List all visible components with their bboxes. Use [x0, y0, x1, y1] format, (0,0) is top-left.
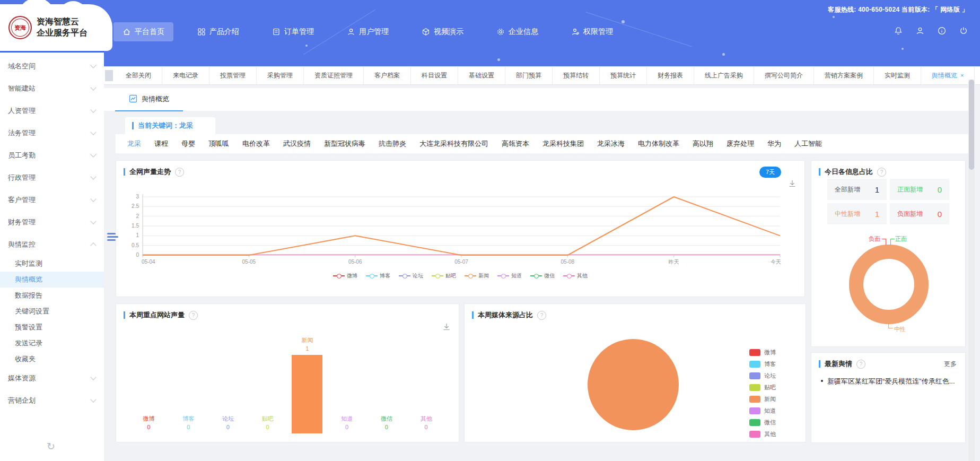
tab-customer-files[interactable]: 客户档案	[364, 67, 411, 84]
sidebar-item-domain-space[interactable]: 域名空间	[0, 55, 104, 77]
sidebar-item-hr[interactable]: 人资管理	[0, 100, 104, 122]
tab-call-records[interactable]: 来电记录	[162, 67, 209, 84]
power-icon[interactable]	[959, 26, 968, 38]
keyword-item[interactable]: 顶呱呱	[208, 139, 229, 149]
nav-item-permissions[interactable]: 权限管理	[562, 22, 622, 41]
more-link[interactable]: 更多	[944, 360, 957, 369]
trend-line-chart[interactable]: 00.511.522.5305-0405-0505-0605-0705-08昨天…	[116, 188, 806, 269]
sidebar-item-opinion-monitor[interactable]: 舆情监控	[0, 233, 104, 256]
keyword-item[interactable]: 高瓴资本	[502, 139, 529, 149]
sidebar-item-legal[interactable]: 法务管理	[0, 122, 104, 144]
range-badge[interactable]: 7天	[759, 167, 781, 178]
bar-slot[interactable]: 知道0	[327, 415, 367, 433]
nav-item-orders[interactable]: 订单管理	[263, 22, 323, 41]
site-volume-bar-chart[interactable]: 微博0 博客0 论坛0 贴吧0 新闻1 知道0 微信0 其他0	[129, 329, 446, 433]
legend-item[interactable]: 博客	[366, 272, 390, 280]
sidebar-item-smart-site[interactable]: 智能建站	[0, 77, 104, 100]
sidebar-item-attendance[interactable]: 员工考勤	[0, 144, 104, 167]
keyword-item[interactable]: 抗击肺炎	[379, 139, 406, 149]
sidebar-item-customer[interactable]: 客户管理	[0, 189, 104, 211]
news-item[interactable]: 新疆军区某红军团“爱兵模范连”传承红色...	[821, 377, 957, 386]
tab-marketing-case[interactable]: 营销方案案例	[814, 67, 874, 84]
legend-item[interactable]: 新闻	[749, 395, 776, 403]
tab-finance-report[interactable]: 财务报表	[647, 67, 694, 84]
bar-slot[interactable]: 论坛0	[208, 415, 248, 433]
legend-item[interactable]: 新闻	[465, 272, 489, 280]
tab-online-ads[interactable]: 线上广告采购	[694, 67, 754, 84]
section-tab-opinion-overview[interactable]: 舆情概览	[115, 88, 183, 111]
legend-item[interactable]: 论坛	[399, 272, 423, 280]
bar-slot[interactable]: 贴吧0	[248, 415, 287, 433]
tab-vote-mgmt[interactable]: 投票管理	[209, 67, 257, 84]
legend-item[interactable]: 博客	[749, 360, 776, 368]
tab-scroll-button[interactable]	[105, 70, 113, 81]
tab-budget-carryover[interactable]: 预算结转	[553, 67, 600, 84]
sidebar-collapse-handle[interactable]	[107, 232, 119, 242]
tab-close-all[interactable]: 全部关闭	[115, 67, 162, 84]
legend-item[interactable]: 微信	[530, 272, 555, 280]
tab-budget-stats[interactable]: 预算统计	[600, 67, 647, 84]
info-icon[interactable]	[937, 26, 947, 38]
tab-close-icon[interactable]: ×	[960, 72, 964, 79]
nav-item-company-info[interactable]: 企业信息	[487, 22, 547, 41]
tab-subject-settings[interactable]: 科目设置	[411, 67, 458, 84]
keyword-item[interactable]: 龙采冰海	[597, 139, 625, 149]
keyword-item[interactable]: 武汉疫情	[283, 139, 311, 149]
keyword-item[interactable]: 废弃处理	[727, 139, 754, 149]
tab-procurement[interactable]: 采购管理	[257, 67, 304, 84]
help-icon[interactable]: ?	[175, 168, 184, 177]
legend-item[interactable]: 贴吧	[432, 272, 456, 280]
legend-item[interactable]: 微博	[333, 272, 357, 280]
sidebar-item-finance[interactable]: 财务管理	[0, 211, 104, 233]
nav-item-users[interactable]: 用户管理	[338, 22, 398, 41]
sidebar-subitem-favorites[interactable]: 收藏夹	[0, 351, 104, 367]
keyword-item[interactable]: 母婴	[181, 139, 195, 149]
bar-slot[interactable]: 其他0	[406, 415, 446, 433]
help-icon[interactable]: ?	[189, 311, 198, 320]
keyword-item[interactable]: 大连龙采科技有限公司	[419, 139, 488, 149]
nav-item-products[interactable]: 产品介绍	[188, 22, 248, 41]
sidebar-subitem-send-records[interactable]: 发送记录	[0, 335, 104, 351]
keyword-item[interactable]: 人工智能	[794, 139, 822, 149]
sidebar-subitem-alert-settings[interactable]: 预警设置	[0, 319, 104, 335]
sidebar-subitem-data-report[interactable]: 数据报告	[0, 288, 104, 303]
bar-slot[interactable]: 微博0	[129, 415, 169, 433]
sidebar-subitem-realtime-monitor[interactable]: 实时监测	[0, 256, 104, 272]
legend-item[interactable]: 论坛	[749, 372, 776, 380]
legend-item[interactable]: 知道	[497, 272, 522, 280]
keyword-item[interactable]: 电价改革	[242, 139, 270, 149]
media-source-pie-chart[interactable]	[588, 339, 679, 430]
keyword-item[interactable]: 电力体制改革	[638, 139, 679, 149]
bell-icon[interactable]	[894, 26, 903, 38]
keyword-item[interactable]: 华为	[767, 139, 781, 149]
keyword-item[interactable]: 新型冠状病毒	[324, 139, 365, 149]
legend-item[interactable]: 微信	[749, 419, 776, 427]
account-icon[interactable]	[915, 26, 925, 38]
tab-opinion-overview[interactable]: 舆情概览×	[921, 67, 975, 84]
tab-dept-budget[interactable]: 部门预算	[505, 67, 553, 84]
sidebar-subitem-opinion-overview[interactable]: 舆情概览	[0, 272, 104, 288]
help-icon[interactable]: ?	[856, 360, 865, 369]
legend-item[interactable]: 贴吧	[749, 384, 776, 392]
keyword-item[interactable]: 高以翔	[693, 139, 713, 149]
keyword-item[interactable]: 课程	[154, 139, 168, 149]
sidebar-subitem-keyword-settings[interactable]: 关键词设置	[0, 303, 104, 319]
tab-basic-settings[interactable]: 基础设置	[458, 67, 505, 84]
nav-item-home[interactable]: 平台首页	[113, 22, 173, 41]
tab-qualification[interactable]: 资质证照管理	[304, 67, 364, 84]
sidebar-item-admin[interactable]: 行政管理	[0, 167, 104, 189]
sidebar-item-marketing[interactable]: 营销企划	[0, 389, 104, 412]
bar-slot[interactable]: 博客0	[169, 415, 208, 433]
current-keyword-tab[interactable]: 当前关键词：龙采	[125, 117, 215, 134]
nav-item-video-demo[interactable]: 视频演示	[413, 22, 472, 41]
scrollbar-thumb[interactable]	[969, 80, 974, 170]
help-icon[interactable]: ?	[537, 311, 546, 320]
tab-realtime-monitor[interactable]: 实时监测	[874, 67, 921, 84]
tab-company-profile[interactable]: 撰写公司简介	[754, 67, 814, 84]
legend-item[interactable]: 微博	[749, 349, 776, 356]
legend-item[interactable]: 知道	[749, 407, 776, 415]
legend-item[interactable]: 其他	[749, 430, 776, 438]
keyword-item[interactable]: 龙采	[127, 139, 141, 149]
help-icon[interactable]: ?	[877, 168, 886, 177]
legend-item[interactable]: 其他	[563, 272, 588, 280]
